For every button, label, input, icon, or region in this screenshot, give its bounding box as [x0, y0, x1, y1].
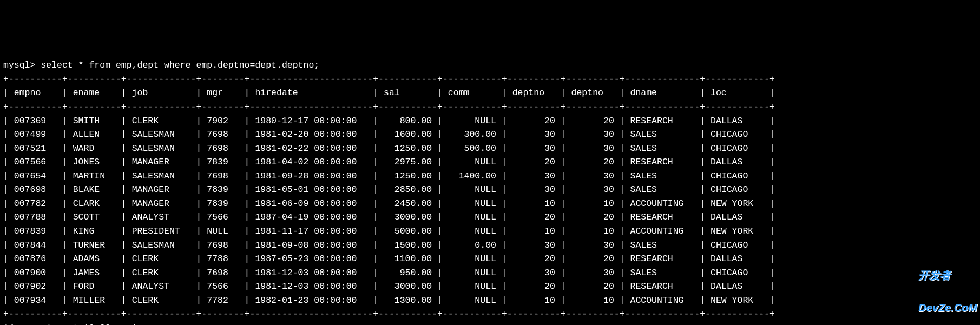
mysql-terminal-output: mysql> select * from emp,dept where emp.…	[3, 58, 977, 325]
watermark-line1: 开发者	[918, 270, 977, 281]
watermark: 开发者 DevZe.CoM	[918, 248, 977, 324]
watermark-line2: DevZe.CoM	[918, 302, 977, 313]
